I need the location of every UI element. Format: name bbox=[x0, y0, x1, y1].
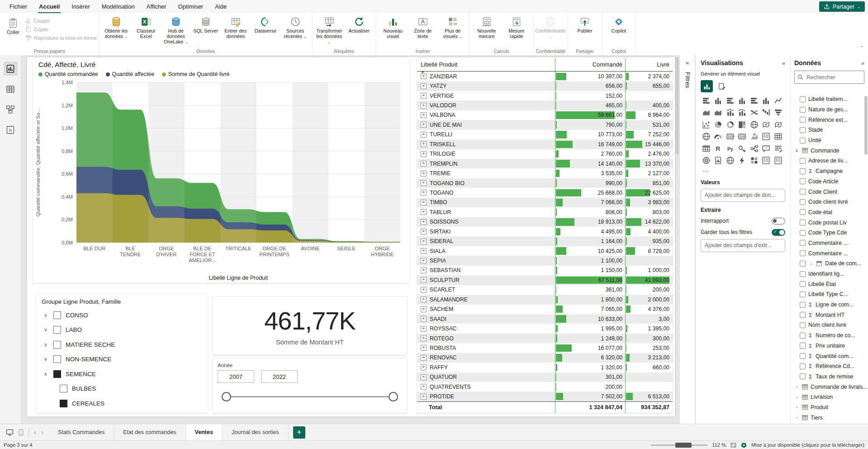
checkbox[interactable] bbox=[60, 400, 67, 407]
expand-row-icon[interactable]: + bbox=[421, 141, 427, 147]
expand-row-icon[interactable]: + bbox=[421, 306, 427, 312]
tree-item-cereales[interactable]: CEREALES bbox=[36, 396, 208, 411]
expand-row-icon[interactable]: + bbox=[421, 364, 427, 370]
expand-row-icon[interactable]: + bbox=[421, 394, 427, 400]
table-row[interactable]: +TREMIE3 535,002 127,00 bbox=[417, 168, 673, 178]
year-to-input[interactable]: 2022 bbox=[261, 370, 298, 383]
expand-row-icon[interactable]: + bbox=[421, 374, 427, 380]
ribbon-button-publier[interactable]: Publier bbox=[570, 14, 599, 33]
menu-afficher[interactable]: Afficher bbox=[141, 0, 172, 13]
field-checkbox[interactable] bbox=[800, 240, 806, 246]
table-row[interactable]: +YATZY656,00655,00 bbox=[417, 81, 673, 91]
python-visual-icon[interactable]: Py bbox=[725, 143, 735, 154]
paginated-report-icon[interactable] bbox=[713, 155, 724, 166]
chevron-right-icon[interactable]: › bbox=[794, 405, 799, 410]
table-row[interactable]: +VALBONA59 661,008 964,00 bbox=[417, 110, 673, 120]
field-table-livraison[interactable]: ›Livraison bbox=[791, 392, 868, 402]
add-data-fields-dropzone[interactable]: Ajouter des champs de don... bbox=[701, 189, 785, 202]
table-row[interactable]: +SEBASTIAN1 150,001 000,00 bbox=[417, 266, 673, 275]
expand-row-icon[interactable]: + bbox=[421, 171, 427, 177]
field-code-type-cde[interactable]: Code Type Cde bbox=[791, 228, 868, 238]
new-page-button[interactable]: + bbox=[293, 426, 305, 439]
report-view-icon[interactable] bbox=[4, 62, 18, 76]
field-table-produit[interactable]: ›Produit bbox=[791, 402, 868, 413]
field-code-article[interactable]: Code Article bbox=[791, 177, 868, 187]
multi-row-card-icon[interactable]: 123 bbox=[737, 131, 748, 142]
field-checkbox[interactable] bbox=[800, 178, 806, 184]
line-chart-icon[interactable] bbox=[773, 95, 783, 106]
field-identifiant-lig-[interactable]: Identifiant lig... bbox=[791, 269, 868, 279]
menu-aide[interactable]: Aide bbox=[209, 0, 232, 13]
table-row[interactable]: +TRISKELL16 749,0015 446,00 bbox=[417, 139, 673, 149]
ribbon-button-obtenir-les-donnees[interactable]: Obtenir les données ⌄ bbox=[102, 14, 131, 39]
dax-query-view-icon[interactable]: fx bbox=[4, 123, 18, 137]
column-header-commande[interactable]: Commandé bbox=[555, 58, 625, 71]
ribbon-button-sql-server[interactable]: SQL Server bbox=[191, 14, 220, 33]
expand-row-icon[interactable]: + bbox=[421, 132, 427, 138]
ribbon-button-zone-de-texte[interactable]: AZone de texte bbox=[408, 14, 437, 39]
field-reference-cd-[interactable]: ΣRéférence Cd... bbox=[791, 361, 868, 372]
table-row[interactable]: +SCULPTUR67 511,0041 093,00 bbox=[417, 275, 673, 285]
table-row[interactable]: +TURELLI10 773,007 252,00 bbox=[417, 130, 673, 139]
field-checkbox[interactable] bbox=[800, 261, 806, 267]
year-from-input[interactable]: 2007 bbox=[218, 370, 254, 383]
field-search-box[interactable] bbox=[794, 71, 864, 84]
chevron-up-icon[interactable]: ∧ bbox=[43, 371, 49, 377]
expand-row-icon[interactable]: + bbox=[421, 103, 427, 109]
field-checkbox[interactable] bbox=[800, 302, 806, 308]
table-row[interactable]: +VERTIGE152,00 bbox=[417, 91, 673, 100]
checkbox[interactable] bbox=[53, 341, 61, 349]
checkbox[interactable] bbox=[53, 355, 61, 363]
table-row[interactable]: +TRILOGIE2 760,002 476,00 bbox=[417, 149, 673, 159]
legend-item[interactable]: Somme de Quantité livré bbox=[162, 71, 229, 77]
field-checkbox[interactable] bbox=[800, 168, 806, 174]
expand-row-icon[interactable]: + bbox=[421, 83, 427, 89]
expand-row-icon[interactable]: + bbox=[421, 73, 427, 79]
expand-row-icon[interactable]: + bbox=[421, 277, 427, 283]
checkbox[interactable] bbox=[53, 311, 61, 319]
expand-row-icon[interactable]: + bbox=[421, 219, 427, 225]
field-reference-ext-[interactable]: Référence ext... bbox=[791, 115, 868, 125]
desktop-view-icon[interactable] bbox=[6, 429, 14, 436]
field-checkbox[interactable] bbox=[800, 312, 806, 318]
chevron-down-icon[interactable]: ∨ bbox=[43, 312, 49, 318]
ribbon-button-hub-de-donnees-onelake[interactable]: Hub de données OneLake ⌄ bbox=[161, 14, 190, 45]
ribbon-button-plus-de-visuels[interactable]: Plus de visuels ⌄ bbox=[438, 14, 467, 39]
menu-optimiser[interactable]: Optimiser bbox=[172, 0, 209, 13]
expand-row-icon[interactable]: + bbox=[421, 248, 427, 254]
tree-item-bulbes[interactable]: BULBES bbox=[36, 382, 208, 396]
tree-item-non-semence[interactable]: ∨NON-SEMENCE bbox=[36, 352, 208, 367]
table-row[interactable]: +TABLUR806,00803,00 bbox=[417, 207, 673, 217]
expand-row-icon[interactable]: + bbox=[421, 209, 427, 215]
field-table-tiers[interactable]: ›Tiers bbox=[791, 412, 868, 423]
year-range-slicer[interactable]: Année 2007 2022 bbox=[213, 358, 407, 413]
table-row[interactable]: +SOISSONS18 913,0014 622,00 bbox=[417, 217, 673, 227]
chevron-down-icon[interactable]: ∨ bbox=[794, 148, 799, 153]
table-row[interactable]: +SIALA10 425,008 729,00 bbox=[417, 246, 673, 256]
previous-page-arrow[interactable]: ‹ bbox=[34, 429, 36, 436]
slicer-icon[interactable] bbox=[761, 131, 772, 142]
page-tab-journal-des-sorties[interactable]: Journal des sorties bbox=[223, 424, 289, 440]
ribbon-button-reproduire-la-mise-en-forme[interactable]: Reproduire la mise en forme bbox=[25, 34, 97, 41]
table-row[interactable]: +QUATUOR301,00 bbox=[417, 373, 673, 382]
expand-row-icon[interactable]: + bbox=[421, 229, 427, 234]
tree-item-matiere-seche[interactable]: ∨MATIERE SECHE bbox=[36, 337, 208, 352]
expand-row-icon[interactable]: + bbox=[421, 239, 427, 244]
power-automate-icon[interactable] bbox=[737, 155, 748, 166]
expand-row-icon[interactable]: + bbox=[421, 267, 427, 273]
ribbon-button-nouvelle-mesure[interactable]: Nouvelle mesure bbox=[472, 14, 501, 39]
treemap-icon[interactable] bbox=[737, 119, 748, 130]
field-libelle-etat[interactable]: Libellé État bbox=[791, 279, 868, 289]
field-checkbox[interactable] bbox=[800, 209, 806, 215]
chevron-right-icon[interactable]: › bbox=[794, 384, 799, 389]
field-numero-de-co-[interactable]: ΣNuméro de co... bbox=[791, 330, 868, 341]
ribbon-button-mesure-rapide[interactable]: Mesure rapide bbox=[502, 14, 531, 39]
field-checkbox[interactable] bbox=[800, 96, 806, 102]
page-tab-etat-des-commandes[interactable]: Etat des commandes bbox=[114, 424, 185, 440]
table-row[interactable]: +TOGANO25 668,0022 625,00 bbox=[417, 188, 673, 197]
ribbon-button-actualiser[interactable]: Actualiser bbox=[345, 14, 374, 33]
card-icon[interactable]: 123 bbox=[725, 131, 735, 142]
field-table-commande-de-livrais-[interactable]: ›Commande de livrais... bbox=[791, 382, 868, 392]
table-row[interactable]: +ROYSSAC1 995,001 395,00 bbox=[417, 324, 673, 333]
menu-modelisation[interactable]: Modélisation bbox=[96, 0, 141, 13]
